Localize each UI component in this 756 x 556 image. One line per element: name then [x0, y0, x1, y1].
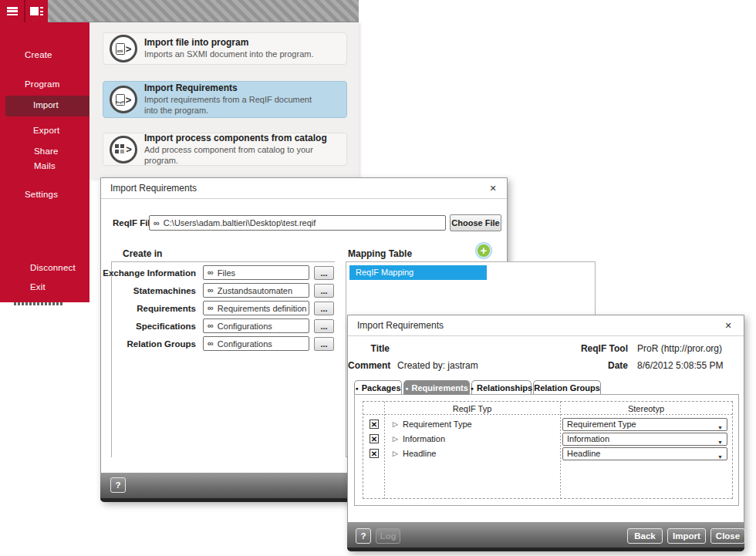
sidebar-item-share[interactable]: Share [34, 147, 59, 156]
tab-label: Requirements [411, 383, 467, 393]
close-icon[interactable]: ✕ [722, 319, 734, 332]
reqif-type-label: Information [403, 434, 445, 443]
tab-relation-groups[interactable]: Relation Groups [533, 380, 601, 395]
stereotype-select[interactable]: Headline ▼ [562, 447, 727, 460]
expand-triangle-icon[interactable]: ▷ [393, 420, 398, 428]
field-label: Requirements [101, 304, 196, 313]
card-title: Import process components from catalog [144, 133, 340, 143]
sidebar-item-export[interactable]: Export [33, 126, 59, 135]
chevron-right-icon: > [126, 44, 132, 54]
browse-button[interactable]: ... [314, 337, 334, 351]
app-canvas: Create Program Import Export Share Mails… [0, 0, 756, 556]
link-icon: ∞ [208, 304, 214, 312]
import-options-panel: xmi > Import file into program Imports a… [89, 22, 359, 179]
add-mapping-icon[interactable]: + [476, 243, 491, 258]
tab-bullet-icon: ● [405, 386, 408, 391]
requirements-input[interactable]: ∞ Requirements definition [203, 301, 309, 315]
field-value: Files [218, 268, 235, 278]
card-title: Import file into program [144, 37, 314, 48]
comment-value: Created by: jastram [397, 360, 478, 371]
row-checkbox[interactable]: ✕ [370, 449, 379, 458]
choose-file-button[interactable]: Choose File [450, 214, 501, 231]
import-requirements-dialog-2: Import Requirements ✕ Title ReqIF Tool P… [347, 315, 744, 551]
expand-triangle-icon[interactable]: ▷ [393, 435, 398, 443]
icon-file-label: ReqIF [116, 99, 124, 104]
tab-label: Packages [362, 383, 401, 393]
reqif-file-icon: ReqIF > [110, 86, 137, 113]
reqif-type-label: Headline [403, 449, 436, 458]
import-button[interactable]: Import [667, 528, 706, 544]
column-header-reqif-typ: ReqIF Typ [384, 404, 560, 413]
column-header-stereotyp: Stereotyp [560, 404, 732, 413]
select-value: Requirement Type [567, 420, 636, 429]
tab-bullet-icon: ● [471, 386, 474, 391]
sidebar-item-label: Import [33, 100, 59, 110]
mapping-table: ReqIF Typ Stereotyp ✕ ▷ Requirement Type… [363, 401, 733, 499]
column-divider [560, 402, 561, 500]
comment-label: Comment [348, 360, 390, 371]
tab-content: ReqIF Typ Stereotyp ✕ ▷ Requirement Type… [354, 394, 739, 506]
dialog-title: Import Requirements [110, 178, 197, 198]
sidebar-item-create[interactable]: Create [25, 50, 52, 59]
help-button[interactable]: ? [356, 528, 371, 544]
card-import-process-components[interactable]: > Import process components from catalog… [103, 133, 347, 166]
link-icon: ∞ [208, 286, 214, 295]
tab-relationships[interactable]: ● Relationships [471, 380, 532, 395]
field-value: Requirements definition [218, 304, 307, 313]
specifications-input[interactable]: ∞ Configurations [203, 318, 309, 333]
browse-button[interactable]: ... [314, 302, 334, 315]
menu-button[interactable] [0, 0, 24, 22]
browse-button[interactable]: ... [314, 266, 334, 280]
select-value: Headline [567, 449, 600, 458]
sidebar-item-program[interactable]: Program [25, 79, 60, 89]
close-button[interactable]: Close [710, 528, 745, 544]
tab-packages[interactable]: ● Packages [354, 380, 402, 395]
reqif-file-path: C:\Users\adam.baltieri\Desktop\test.reqi… [164, 218, 316, 227]
clipped-text-artifact [14, 302, 63, 305]
row-checkbox[interactable]: ✕ [370, 434, 379, 443]
stereotype-select[interactable]: Information ▼ [562, 433, 727, 446]
sidebar-item-exit[interactable]: Exit [30, 282, 46, 291]
link-icon: ∞ [208, 268, 214, 277]
field-value: Configurations [218, 322, 272, 331]
mapping-table-header: Mapping Table [348, 248, 412, 259]
process-blocks-icon: > [110, 136, 137, 163]
header-divider [363, 414, 732, 415]
title-label: Title [348, 343, 390, 354]
sidebar-item-disconnect[interactable]: Disconnect [30, 263, 76, 272]
exchange-information-input[interactable]: ∞ Files [203, 265, 309, 280]
app-window-button[interactable] [25, 0, 48, 22]
tab-label: Relation Groups [534, 383, 600, 393]
statemachines-input[interactable]: ∞ Zustandsautomaten [203, 283, 309, 298]
sidebar-item-settings[interactable]: Settings [25, 190, 58, 199]
help-button[interactable]: ? [110, 477, 126, 493]
link-icon: ∞ [208, 339, 214, 348]
browse-button[interactable]: ... [314, 284, 334, 298]
reqif-file-input[interactable]: ∞ C:\Users\adam.baltieri\Desktop\test.re… [149, 215, 446, 231]
card-import-file[interactable]: xmi > Import file into program Imports a… [103, 32, 347, 65]
column-divider [384, 402, 385, 500]
relation-groups-input[interactable]: ∞ Configurations [203, 336, 309, 351]
dropdown-arrow-icon: ▼ [717, 422, 723, 433]
close-icon[interactable]: ✕ [487, 182, 499, 194]
tab-requirements[interactable]: ● Requirements [403, 380, 470, 395]
sidebar-item-mails[interactable]: Mails [34, 161, 56, 170]
browse-button[interactable]: ... [314, 319, 334, 333]
chevron-right-icon: > [126, 144, 132, 154]
select-value: Information [567, 434, 609, 443]
link-icon: ∞ [154, 219, 160, 227]
chevron-right-icon: > [126, 95, 132, 105]
row-checkbox[interactable]: ✕ [370, 420, 379, 429]
titlebar-divider [101, 198, 507, 199]
reqif-tool-value: ProR (http://pror.org) [637, 343, 722, 354]
card-import-requirements[interactable]: ReqIF > Import Requirements Import requi… [103, 81, 347, 118]
back-button[interactable]: Back [627, 528, 663, 544]
mapping-list-item-selected[interactable]: ReqIF Mapping [349, 265, 487, 280]
sidebar-item-import[interactable]: Import [5, 96, 89, 116]
tab-label: Relationships [477, 383, 532, 393]
stereotype-select[interactable]: Requirement Type ▼ [562, 418, 727, 431]
tab-bullet-icon: ● [356, 386, 359, 391]
log-button[interactable]: Log [376, 528, 400, 544]
field-value: Configurations [218, 339, 272, 349]
expand-triangle-icon[interactable]: ▷ [393, 450, 398, 457]
